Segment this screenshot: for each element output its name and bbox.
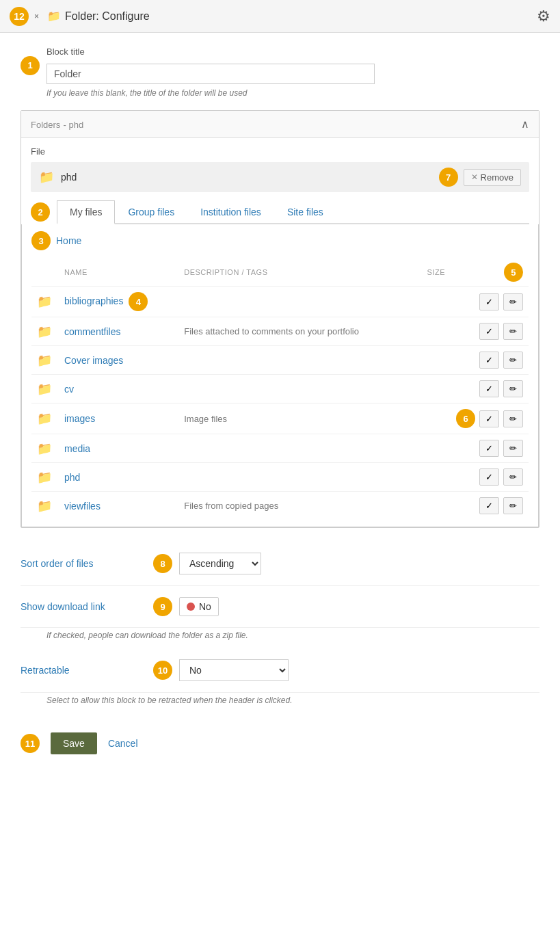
edit-folder-button[interactable]: ✏ [503,410,523,427]
row-name-link[interactable]: cv [64,384,74,395]
retractable-hint: Select to allow this block to be retract… [21,693,539,713]
page-title: 📁 Folder: Configure [47,10,150,23]
download-link-label: Show download link [21,601,144,612]
select-folder-button[interactable]: ✓ [479,497,499,514]
row-name-link[interactable]: viewfiles [64,501,101,512]
row-description: Image files [178,404,414,434]
select-folder-button[interactable]: ✓ [479,352,499,369]
tabs-section: 2 My files Group files Institution files… [21,200,539,224]
folder-icon-header: 📁 [47,10,61,23]
tab-site-files[interactable]: Site files [274,200,336,223]
tab-group-files[interactable]: Group files [115,200,187,223]
toggle-dot [187,603,195,611]
table-row: 📁phd✓✏ [31,463,529,492]
tabs-row: My files Group files Institution files S… [57,200,529,224]
edit-folder-button[interactable]: ✏ [503,352,523,369]
edit-folder-button[interactable]: ✏ [503,440,523,457]
select-folder-button[interactable]: ✓ [479,440,499,457]
file-folder-icon: 📁 [39,170,54,185]
edit-folder-button[interactable]: ✏ [503,468,523,486]
row-folder-icon: 📁 [37,499,52,513]
row-name-link[interactable]: images [64,413,95,424]
row-description [178,375,414,404]
retractable-select[interactable]: No Yes Automatically [179,659,289,681]
row-size [414,434,451,463]
toggle-no-label: No [199,601,211,612]
step-badge-4: 4 [129,292,148,311]
row-description [178,346,414,375]
row-actions: ✓✏ [451,434,529,463]
row-folder-icon: 📁 [37,412,52,425]
tab-institution-files[interactable]: Institution files [187,200,274,223]
download-link-hint: If checked, people can download the fold… [21,628,539,648]
step-badge-7: 7 [439,168,458,187]
step-badge-2: 2 [31,202,50,222]
tab-close-button[interactable]: × [34,12,39,21]
step-badge-11: 11 [21,734,40,753]
edit-folder-button[interactable]: ✏ [503,293,523,310]
edit-folder-button[interactable]: ✏ [503,380,523,397]
select-folder-button[interactable]: ✓ [479,323,499,340]
settings-icon[interactable]: ⚙ [537,8,550,25]
file-table: NAME DESCRIPTION / TAGS SIZE 5 📁bibliogr… [31,259,529,520]
row-size [414,346,451,375]
file-name: phd [61,172,432,183]
row-name-link[interactable]: commentfiles [64,326,120,337]
step-badge-6: 6 [456,409,475,428]
col-actions: 5 [451,259,529,287]
row-name-link[interactable]: phd [64,472,80,483]
row-description [178,463,414,492]
row-actions: ✓✏ [451,463,529,492]
retractable-label: Retractable [21,665,144,676]
row-actions: 6✓✏ [451,404,529,434]
step-badge-8: 8 [153,554,172,573]
remove-x-icon: ✕ [471,172,478,182]
download-link-row: Show download link 9 No [21,586,539,628]
retractable-section: Retractable 10 No Yes Automatically Sele… [21,648,539,713]
edit-folder-button[interactable]: ✏ [503,497,523,514]
select-folder-button[interactable]: ✓ [479,293,499,310]
save-button[interactable]: Save [51,732,97,754]
download-link-section: Show download link 9 No If checked, peop… [21,586,539,648]
block-title-hint: If you leave this blank, the title of th… [46,88,539,98]
block-title-input[interactable] [46,64,375,84]
row-description: Files from copied pages [178,492,414,520]
col-name-label: NAME [59,259,178,287]
table-row: 📁cv✓✏ [31,375,529,404]
sort-order-control: 8 Ascending Descending [153,553,261,574]
select-folder-button[interactable]: ✓ [479,410,499,427]
file-section: File 📁 phd 7 ✕ Remove [21,138,539,200]
row-description: Files attached to comments on your portf… [178,317,414,346]
block-title-label: Block title [46,47,375,57]
edit-folder-button[interactable]: ✏ [503,323,523,340]
breadcrumb-home[interactable]: Home [56,235,81,246]
row-name-link[interactable]: Cover images [64,355,123,366]
settings-section: Sort order of files 8 Ascending Descendi… [21,542,539,713]
step-badge-3: 3 [31,231,51,250]
step-badge-1: 1 [21,56,40,75]
row-size [414,463,451,492]
cancel-link[interactable]: Cancel [108,738,138,749]
row-name-link[interactable]: media [64,443,90,454]
row-actions: ✓✏ [451,287,529,317]
block-title-container: Block title [46,47,375,84]
row-folder-icon: 📁 [37,325,52,339]
row-name-link[interactable]: bibliographies [64,295,123,306]
sort-order-label: Sort order of files [21,558,144,569]
sort-order-select[interactable]: Ascending Descending [179,553,261,574]
row-folder-icon: 📁 [37,354,52,367]
collapse-icon[interactable]: ∧ [521,118,529,131]
select-folder-button[interactable]: ✓ [479,380,499,397]
row-actions: ✓✏ [451,317,529,346]
tab-my-files[interactable]: My files [57,200,115,224]
breadcrumb-row: 3 Home [31,231,529,250]
row-folder-icon: 📁 [37,382,52,396]
remove-button[interactable]: ✕ Remove [464,169,521,186]
col-size: SIZE [414,259,451,287]
row-description [178,434,414,463]
select-folder-button[interactable]: ✓ [479,468,499,486]
row-size [414,375,451,404]
download-link-toggle[interactable]: No [179,597,219,616]
retractable-row: Retractable 10 No Yes Automatically [21,648,539,693]
table-row: 📁commentfilesFiles attached to comments … [31,317,529,346]
